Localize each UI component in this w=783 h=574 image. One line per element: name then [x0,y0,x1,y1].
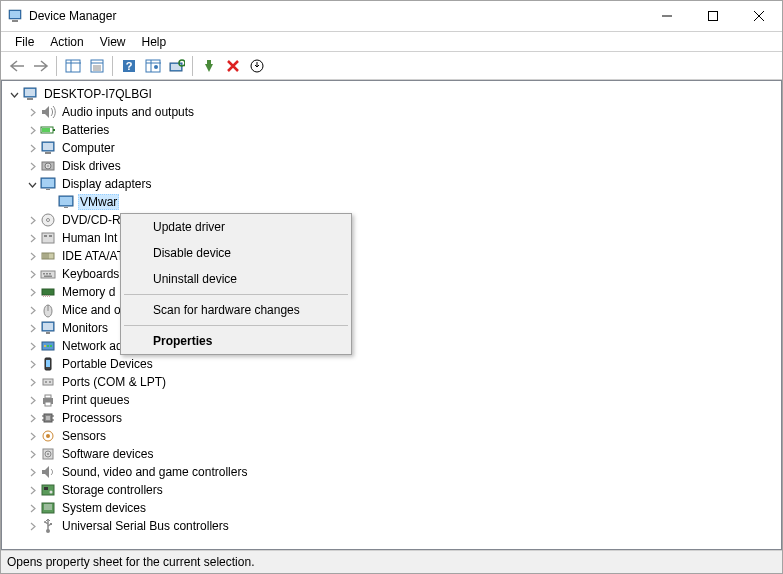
properties-button[interactable] [85,55,108,77]
chevron-right-icon[interactable] [24,446,40,462]
svg-point-94 [50,491,53,494]
chevron-down-icon[interactable] [24,176,40,192]
svg-rect-35 [45,152,51,154]
svg-rect-74 [46,360,50,367]
svg-rect-28 [25,89,35,96]
chevron-right-icon[interactable] [24,212,40,228]
tree-device-vmware[interactable]: VMwar [2,193,781,211]
tree-category-battery[interactable]: Batteries [2,121,781,139]
monitor-icon [40,320,56,336]
tree-category-dvd[interactable]: DVD/CD-R [2,211,781,229]
menu-file[interactable]: File [7,33,42,51]
tree-category-label: Memory d [60,284,117,300]
chevron-down-icon[interactable] [6,86,22,102]
tree-category-label: Software devices [60,446,155,462]
speaker-icon [40,104,56,120]
sensor-icon [40,428,56,444]
chevron-right-icon[interactable] [24,356,40,372]
action-button[interactable] [141,55,164,77]
tree-category-disk[interactable]: Disk drives [2,157,781,175]
tree-category-software[interactable]: Software devices [2,445,781,463]
tree-category-computer[interactable]: Computer [2,139,781,157]
chevron-right-icon[interactable] [24,428,40,444]
tree-category-printer[interactable]: Print queues [2,391,781,409]
chevron-right-icon[interactable] [24,230,40,246]
chevron-right-icon[interactable] [24,338,40,354]
forward-button[interactable] [29,55,52,77]
tree-category-ports[interactable]: Ports (COM & LPT) [2,373,781,391]
chevron-right-icon[interactable] [24,410,40,426]
tree-category-display[interactable]: Display adapters [2,175,781,193]
tree-category-cpu[interactable]: Processors [2,409,781,427]
svg-rect-49 [49,235,52,237]
chevron-right-icon[interactable] [24,464,40,480]
chevron-right-icon[interactable] [24,122,40,138]
show-hide-tree-button[interactable] [61,55,84,77]
menu-view[interactable]: View [92,33,134,51]
help-button[interactable]: ? [117,55,140,77]
menu-action[interactable]: Action [42,33,91,51]
tree-category-portable[interactable]: Portable Devices [2,355,781,373]
context-scan-hardware[interactable]: Scan for hardware changes [121,297,351,323]
context-update-driver[interactable]: Update driver [121,214,351,240]
chevron-right-icon[interactable] [24,374,40,390]
toolbar-separator [192,56,193,76]
svg-rect-56 [46,273,48,275]
ide-icon [40,248,56,264]
context-uninstall-device[interactable]: Uninstall device [121,266,351,292]
chevron-right-icon[interactable] [24,266,40,282]
uninstall-button[interactable] [221,55,244,77]
tree-category-keyboard[interactable]: Keyboards [2,265,781,283]
svg-rect-102 [50,523,52,525]
tree-category-ide[interactable]: IDE ATA/AT [2,247,781,265]
tree-category-label: Processors [60,410,124,426]
usb-icon [40,518,56,534]
tree-category-sound[interactable]: Sound, video and game controllers [2,463,781,481]
tree-category-mouse[interactable]: Mice and o [2,301,781,319]
tree-category-memory[interactable]: Memory d [2,283,781,301]
chevron-right-icon[interactable] [24,500,40,516]
storage-icon [40,482,56,498]
chevron-right-icon[interactable] [24,518,40,534]
chevron-right-icon[interactable] [24,284,40,300]
menu-help[interactable]: Help [134,33,175,51]
chevron-right-icon[interactable] [24,320,40,336]
tree-root-node[interactable]: DESKTOP-I7QLBGI [2,85,781,103]
update-button[interactable] [245,55,268,77]
tree-category-network[interactable]: Network adapters [2,337,781,355]
svg-point-101 [44,521,46,523]
chevron-right-icon[interactable] [24,158,40,174]
chevron-right-icon[interactable] [24,482,40,498]
tree-category-hid[interactable]: Human Int [2,229,781,247]
chevron-right-icon[interactable] [24,302,40,318]
svg-rect-47 [42,233,54,243]
tree-category-label: Batteries [60,122,111,138]
computer-icon [22,86,38,102]
tree-category-speaker[interactable]: Audio inputs and outputs [2,103,781,121]
tree-category-sensor[interactable]: Sensors [2,427,781,445]
tree-root-label: DESKTOP-I7QLBGI [42,86,154,102]
tree-category-system[interactable]: System devices [2,499,781,517]
computer-icon [40,140,56,156]
close-button[interactable] [736,1,782,31]
sound-icon [40,464,56,480]
svg-rect-61 [45,295,46,297]
chevron-right-icon[interactable] [24,248,40,264]
chevron-right-icon[interactable] [24,392,40,408]
tree-category-usb[interactable]: Universal Serial Bus controllers [2,517,781,535]
chevron-right-icon[interactable] [24,140,40,156]
context-disable-device[interactable]: Disable device [121,240,351,266]
device-tree[interactable]: DESKTOP-I7QLBGIAudio inputs and outputsB… [1,80,782,550]
enable-button[interactable] [197,55,220,77]
context-properties[interactable]: Properties [121,328,351,354]
tree-category-storage[interactable]: Storage controllers [2,481,781,499]
scan-hardware-button[interactable] [165,55,188,77]
minimize-button[interactable] [644,1,690,31]
ports-icon [40,374,56,390]
maximize-button[interactable] [690,1,736,31]
back-button[interactable] [5,55,28,77]
memory-icon [40,284,56,300]
context-separator [124,294,348,295]
tree-category-monitor[interactable]: Monitors [2,319,781,337]
chevron-right-icon[interactable] [24,104,40,120]
